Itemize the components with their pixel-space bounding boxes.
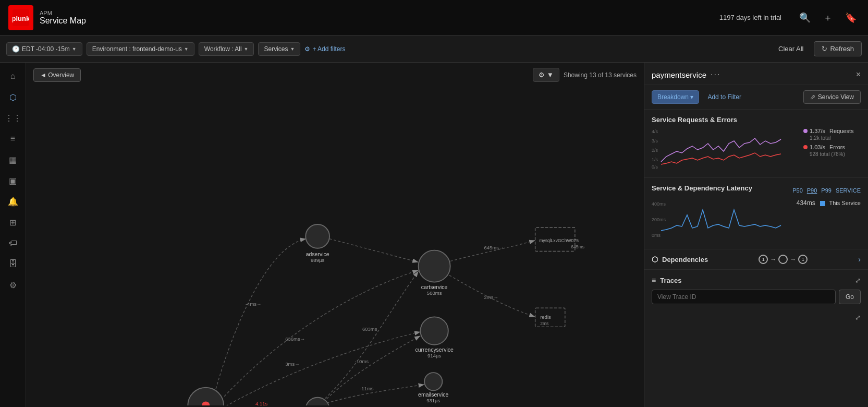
p90-label[interactable]: P90 — [807, 187, 817, 194]
svg-text:3/s: 3/s — [652, 138, 658, 143]
nav-home-icon[interactable]: ⌂ — [5, 68, 21, 85]
panel-dots-btn[interactable]: ··· — [711, 70, 720, 79]
time-filter-btn[interactable]: 🕐 EDT -04:00 -15m ▼ — [6, 42, 82, 56]
splunk-logo: splunk> — [8, 5, 33, 30]
latency-chart: 400ms 200ms 0ms 3:38:40 PM TODAY 3:53:40… — [652, 199, 782, 241]
service-view-btn[interactable]: ⇗ Service View — [803, 90, 861, 104]
latency-legend: 434ms This Service — [797, 199, 861, 209]
traces-header: ≡ Traces ⤢ — [652, 276, 861, 284]
p50-label[interactable]: P50 — [792, 187, 803, 194]
overview-btn[interactable]: ◄ Overview — [33, 68, 81, 82]
trace-id-row: Go — [652, 290, 861, 304]
main-layout: ⌂ ⬡ ⋮⋮ ≡ ▦ ▣ 🔔 ⊞ 🏷 🗄 ⚙ ◄ Overview ⚙ ▼ Sh… — [0, 63, 868, 407]
bottom-expand-icon[interactable]: ⤢ — [855, 314, 861, 321]
nav-tag-icon[interactable]: 🏷 — [5, 235, 21, 252]
errors-rate: 1.03/s — [810, 144, 825, 150]
refresh-icon: ↻ — [822, 45, 827, 53]
nav-list-icon[interactable]: ≡ — [5, 130, 21, 147]
svg-text:500ms: 500ms — [427, 290, 442, 296]
dep-arrow-right: → — [790, 256, 796, 263]
map-toolbar: ◄ Overview ⚙ ▼ Showing 13 of 13 services — [26, 63, 644, 87]
svg-text:-10ms: -10ms — [355, 358, 369, 364]
requests-errors-section: Service Requests & Errors 4/s 3/s 2/s 1/… — [644, 110, 868, 178]
workflow-caret-icon: ▼ — [244, 46, 249, 52]
latency-color-dot — [820, 201, 825, 206]
service-p-label[interactable]: SERVICE — [836, 187, 861, 194]
add-to-filter-link[interactable]: Add to Filter — [703, 91, 745, 103]
clear-all-btn[interactable]: Clear All — [778, 45, 803, 53]
errors-legend-item: 1.03/s Errors — [803, 144, 861, 150]
traces-title: Traces — [660, 277, 681, 284]
p-labels: P50 P90 P99 SERVICE — [792, 187, 861, 194]
dependencies-label: Dependencies — [662, 256, 708, 264]
top-bar: splunk> APM Service Map 1197 days left i… — [0, 0, 868, 35]
svg-text:mysqlLxvGChW075: mysqlLxvGChW075 — [539, 238, 579, 243]
services-filter-btn[interactable]: Services ▼ — [258, 42, 300, 56]
svg-text:cartservice: cartservice — [421, 284, 448, 290]
svg-text:200ms: 200ms — [652, 217, 666, 222]
nav-database-icon[interactable]: 🗄 — [5, 256, 21, 272]
map-settings-btn[interactable]: ⚙ ▼ — [533, 68, 559, 82]
requests-dot — [803, 129, 808, 133]
share-icon: ⬡ — [652, 255, 658, 264]
svg-text:splunk>: splunk> — [13, 15, 29, 22]
nav-settings-icon[interactable]: ⚙ — [5, 277, 21, 293]
refresh-label: Refresh — [830, 45, 854, 53]
panel-close-btn[interactable]: × — [856, 70, 861, 79]
latency-section: Service & Dependency Latency P50 P90 P99… — [644, 178, 868, 249]
filter-icon: ⚙ — [304, 45, 310, 53]
p99-label[interactable]: P99 — [821, 187, 832, 194]
refresh-btn[interactable]: ↻ Refresh — [814, 41, 862, 56]
panel-header: paymentservice ··· × — [644, 63, 868, 85]
traces-expand-icon[interactable]: ⤢ — [855, 277, 861, 284]
svg-text:2ms: 2ms — [540, 321, 548, 326]
svg-text:636ms→: 636ms→ — [285, 336, 305, 342]
service-map-svg[interactable]: -4ms→ 636ms→ 3ms→ 4.11s -11ms 434ms -10m… — [26, 87, 644, 405]
filter-bar: 🕐 EDT -04:00 -15m ▼ Environment : fronte… — [0, 35, 868, 63]
add-filter-btn[interactable]: ⚙ + Add filters — [304, 45, 345, 53]
environment-filter-label: Environment : frontend-demo-us — [92, 45, 182, 53]
dep-expand-btn[interactable]: › — [858, 255, 861, 264]
traces-section: ≡ Traces ⤢ Go — [644, 270, 868, 310]
nav-hierarchy-icon[interactable]: ⋮⋮ — [5, 110, 21, 126]
traces-list-icon: ≡ — [652, 276, 656, 284]
workflow-filter-label: Workflow : All — [204, 45, 242, 53]
svg-text:emailservice: emailservice — [418, 392, 448, 398]
selected-service-name: paymentservice — [652, 70, 706, 79]
left-nav: ⌂ ⬡ ⋮⋮ ≡ ▦ ▣ 🔔 ⊞ 🏷 🗄 ⚙ — [0, 63, 26, 407]
nav-monitor-icon[interactable]: ▣ — [5, 172, 21, 189]
requests-label: Requests — [829, 128, 853, 134]
nav-table-icon[interactable]: ▦ — [5, 151, 21, 168]
breakdown-btn[interactable]: Breakdown ▾ — [652, 90, 699, 104]
svg-text:4.11s: 4.11s — [255, 401, 268, 405]
search-icon[interactable]: 🔍 — [799, 12, 811, 23]
services-filter-label: Services — [264, 45, 288, 53]
nav-map-icon[interactable]: ⬡ — [5, 89, 21, 105]
trial-badge: 1197 days left in trial — [719, 14, 781, 21]
environment-filter-btn[interactable]: Environment : frontend-demo-us ▼ — [87, 42, 194, 56]
svg-text:400ms: 400ms — [652, 201, 666, 207]
requests-errors-chart: 4/s 3/s 2/s 1/s 0/s 3:38:40 PM TODAY 3:5… — [652, 128, 782, 170]
errors-total: 928 total (76%) — [810, 151, 861, 157]
apm-label: APM — [40, 10, 86, 16]
nav-grid-icon[interactable]: ⊞ — [5, 214, 21, 231]
bookmark-icon[interactable]: 🔖 — [845, 12, 857, 23]
workflow-filter-btn[interactable]: Workflow : All ▼ — [199, 42, 254, 56]
trace-id-input[interactable] — [652, 290, 836, 304]
plus-icon[interactable]: ＋ — [823, 11, 833, 24]
nav-bell-icon[interactable]: 🔔 — [5, 193, 21, 210]
dep-right-count: 1 — [798, 255, 808, 264]
service-map-label: Service Map — [40, 16, 86, 26]
svg-text:-4ms→: -4ms→ — [246, 301, 262, 307]
right-panel: paymentservice ··· × Breakdown ▾ Add to … — [644, 63, 868, 407]
services-caret-icon: ▼ — [290, 46, 295, 52]
add-filter-label: + Add filters — [312, 45, 345, 53]
time-caret-icon: ▼ — [72, 46, 77, 52]
svg-text:adservice: adservice — [306, 252, 329, 257]
errors-label: Errors — [829, 144, 845, 150]
dependencies-title: ⬡ Dependencies — [652, 255, 708, 264]
svg-text:989µs: 989µs — [311, 258, 324, 264]
go-btn[interactable]: Go — [839, 290, 861, 304]
svg-point-40 — [424, 373, 442, 390]
svg-text:645ms→: 645ms→ — [484, 245, 504, 250]
